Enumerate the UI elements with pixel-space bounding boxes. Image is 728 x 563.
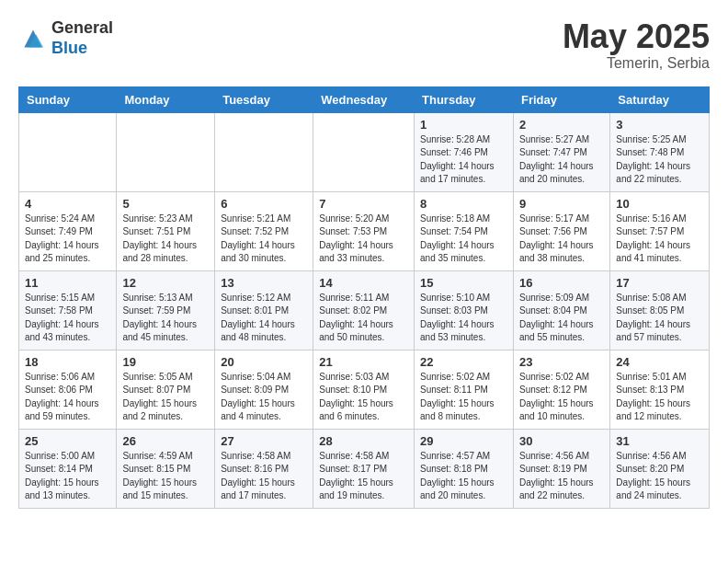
location: Temerin, Serbia (563, 55, 710, 72)
day-cell: 26Sunrise: 4:59 AM Sunset: 8:15 PM Dayli… (117, 429, 215, 508)
day-cell (19, 112, 117, 191)
day-cell: 30Sunrise: 4:56 AM Sunset: 8:19 PM Dayli… (513, 429, 609, 508)
day-cell: 29Sunrise: 4:57 AM Sunset: 8:18 PM Dayli… (415, 429, 514, 508)
day-number: 8 (420, 197, 507, 211)
day-number: 7 (319, 197, 408, 211)
day-number: 1 (420, 118, 507, 132)
day-info: Sunrise: 5:20 AM Sunset: 7:53 PM Dayligh… (319, 213, 408, 266)
day-number: 5 (122, 197, 209, 211)
day-number: 23 (519, 355, 604, 369)
day-cell: 11Sunrise: 5:15 AM Sunset: 7:58 PM Dayli… (19, 270, 117, 350)
day-cell: 25Sunrise: 5:00 AM Sunset: 8:14 PM Dayli… (19, 429, 117, 508)
day-number: 29 (420, 434, 507, 448)
day-number: 26 (122, 434, 209, 448)
day-number: 3 (616, 118, 703, 132)
day-cell: 24Sunrise: 5:01 AM Sunset: 8:13 PM Dayli… (610, 350, 710, 429)
day-number: 25 (25, 434, 110, 448)
day-info: Sunrise: 5:18 AM Sunset: 7:54 PM Dayligh… (420, 213, 507, 266)
day-info: Sunrise: 4:56 AM Sunset: 8:19 PM Dayligh… (519, 450, 604, 503)
day-info: Sunrise: 5:06 AM Sunset: 8:06 PM Dayligh… (25, 371, 110, 424)
day-info: Sunrise: 4:59 AM Sunset: 8:15 PM Dayligh… (122, 450, 209, 503)
day-cell (117, 112, 215, 191)
day-info: Sunrise: 5:15 AM Sunset: 7:58 PM Dayligh… (25, 292, 110, 345)
day-number: 12 (122, 276, 209, 290)
day-number: 6 (221, 197, 307, 211)
day-cell: 16Sunrise: 5:09 AM Sunset: 8:04 PM Dayli… (513, 270, 609, 350)
day-cell: 9Sunrise: 5:17 AM Sunset: 7:56 PM Daylig… (513, 191, 609, 270)
day-header-sunday: Sunday (19, 86, 117, 112)
day-info: Sunrise: 5:24 AM Sunset: 7:49 PM Dayligh… (25, 213, 110, 266)
logo-blue: Blue (51, 39, 113, 59)
day-header-thursday: Thursday (415, 86, 514, 112)
week-row-3: 11Sunrise: 5:15 AM Sunset: 7:58 PM Dayli… (19, 270, 710, 350)
day-cell: 27Sunrise: 4:58 AM Sunset: 8:16 PM Dayli… (215, 429, 313, 508)
day-header-wednesday: Wednesday (313, 86, 415, 112)
day-header-tuesday: Tuesday (215, 86, 313, 112)
calendar-table: SundayMondayTuesdayWednesdayThursdayFrid… (18, 86, 710, 509)
day-info: Sunrise: 5:12 AM Sunset: 8:01 PM Dayligh… (221, 292, 307, 345)
day-cell: 8Sunrise: 5:18 AM Sunset: 7:54 PM Daylig… (415, 191, 514, 270)
logo-general: General (51, 18, 113, 39)
day-number: 20 (221, 355, 307, 369)
day-info: Sunrise: 5:27 AM Sunset: 7:47 PM Dayligh… (519, 133, 604, 187)
day-number: 27 (221, 434, 307, 448)
day-info: Sunrise: 5:28 AM Sunset: 7:46 PM Dayligh… (420, 133, 507, 187)
day-info: Sunrise: 5:00 AM Sunset: 8:14 PM Dayligh… (25, 450, 110, 503)
day-info: Sunrise: 5:04 AM Sunset: 8:09 PM Dayligh… (221, 371, 307, 424)
day-number: 9 (519, 197, 604, 211)
day-number: 4 (25, 197, 110, 211)
day-info: Sunrise: 5:23 AM Sunset: 7:51 PM Dayligh… (122, 213, 209, 266)
day-cell: 17Sunrise: 5:08 AM Sunset: 8:05 PM Dayli… (610, 270, 710, 350)
week-row-1: 1Sunrise: 5:28 AM Sunset: 7:46 PM Daylig… (19, 112, 710, 191)
logo-text: General Blue (51, 18, 113, 58)
day-info: Sunrise: 5:25 AM Sunset: 7:48 PM Dayligh… (616, 133, 703, 187)
day-cell: 2Sunrise: 5:27 AM Sunset: 7:47 PM Daylig… (513, 112, 609, 191)
logo: General Blue (18, 18, 113, 58)
day-cell: 14Sunrise: 5:11 AM Sunset: 8:02 PM Dayli… (313, 270, 415, 350)
day-cell: 31Sunrise: 4:56 AM Sunset: 8:20 PM Dayli… (610, 429, 710, 508)
day-cell: 7Sunrise: 5:20 AM Sunset: 7:53 PM Daylig… (313, 191, 415, 270)
day-info: Sunrise: 5:10 AM Sunset: 8:03 PM Dayligh… (420, 292, 507, 345)
day-info: Sunrise: 5:09 AM Sunset: 8:04 PM Dayligh… (519, 292, 604, 345)
day-info: Sunrise: 5:21 AM Sunset: 7:52 PM Dayligh… (221, 213, 307, 266)
day-number: 31 (616, 434, 703, 448)
day-cell: 3Sunrise: 5:25 AM Sunset: 7:48 PM Daylig… (610, 112, 710, 191)
day-info: Sunrise: 4:58 AM Sunset: 8:17 PM Dayligh… (319, 450, 408, 503)
day-headers-row: SundayMondayTuesdayWednesdayThursdayFrid… (19, 86, 710, 112)
day-info: Sunrise: 4:57 AM Sunset: 8:18 PM Dayligh… (420, 450, 507, 503)
day-number: 14 (319, 276, 408, 290)
day-number: 11 (25, 276, 110, 290)
day-cell: 18Sunrise: 5:06 AM Sunset: 8:06 PM Dayli… (19, 350, 117, 429)
day-cell: 12Sunrise: 5:13 AM Sunset: 7:59 PM Dayli… (117, 270, 215, 350)
day-info: Sunrise: 5:08 AM Sunset: 8:05 PM Dayligh… (616, 292, 703, 345)
day-cell (313, 112, 415, 191)
day-info: Sunrise: 5:02 AM Sunset: 8:11 PM Dayligh… (420, 371, 507, 424)
day-info: Sunrise: 5:17 AM Sunset: 7:56 PM Dayligh… (519, 213, 604, 266)
day-number: 15 (420, 276, 507, 290)
day-info: Sunrise: 5:05 AM Sunset: 8:07 PM Dayligh… (122, 371, 209, 424)
day-info: Sunrise: 4:56 AM Sunset: 8:20 PM Dayligh… (616, 450, 703, 503)
day-header-monday: Monday (117, 86, 215, 112)
day-info: Sunrise: 5:01 AM Sunset: 8:13 PM Dayligh… (616, 371, 703, 424)
day-number: 16 (519, 276, 604, 290)
day-info: Sunrise: 5:13 AM Sunset: 7:59 PM Dayligh… (122, 292, 209, 345)
day-number: 30 (519, 434, 604, 448)
day-header-friday: Friday (513, 86, 609, 112)
week-row-2: 4Sunrise: 5:24 AM Sunset: 7:49 PM Daylig… (19, 191, 710, 270)
week-row-5: 25Sunrise: 5:00 AM Sunset: 8:14 PM Dayli… (19, 429, 710, 508)
day-cell: 15Sunrise: 5:10 AM Sunset: 8:03 PM Dayli… (415, 270, 514, 350)
day-info: Sunrise: 5:03 AM Sunset: 8:10 PM Dayligh… (319, 371, 408, 424)
day-cell: 1Sunrise: 5:28 AM Sunset: 7:46 PM Daylig… (415, 112, 514, 191)
day-cell: 5Sunrise: 5:23 AM Sunset: 7:51 PM Daylig… (117, 191, 215, 270)
day-cell: 20Sunrise: 5:04 AM Sunset: 8:09 PM Dayli… (215, 350, 313, 429)
day-cell: 13Sunrise: 5:12 AM Sunset: 8:01 PM Dayli… (215, 270, 313, 350)
day-cell: 23Sunrise: 5:02 AM Sunset: 8:12 PM Dayli… (513, 350, 609, 429)
day-cell: 19Sunrise: 5:05 AM Sunset: 8:07 PM Dayli… (117, 350, 215, 429)
title-block: May 2025 Temerin, Serbia (563, 18, 710, 72)
day-number: 10 (616, 197, 703, 211)
day-number: 21 (319, 355, 408, 369)
week-row-4: 18Sunrise: 5:06 AM Sunset: 8:06 PM Dayli… (19, 350, 710, 429)
day-number: 13 (221, 276, 307, 290)
day-number: 18 (25, 355, 110, 369)
day-cell: 10Sunrise: 5:16 AM Sunset: 7:57 PM Dayli… (610, 191, 710, 270)
